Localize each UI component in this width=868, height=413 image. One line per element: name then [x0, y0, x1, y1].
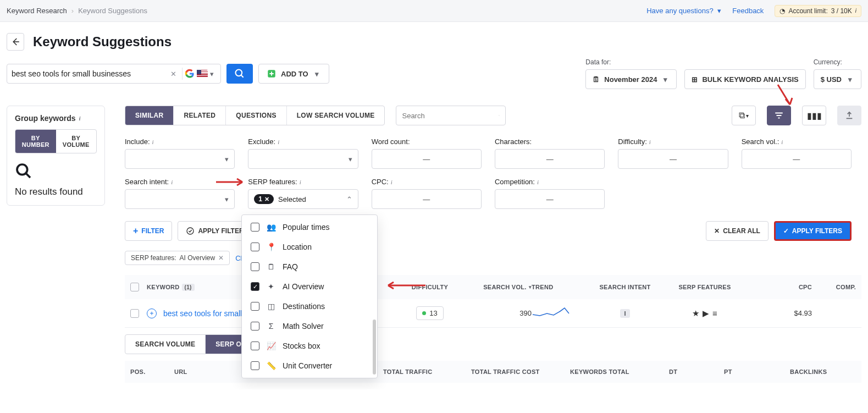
include-select[interactable]: ▾	[125, 149, 235, 169]
checkbox-icon[interactable]	[251, 302, 259, 311]
apply-filters-button[interactable]: ✓ APPLY FILTERS	[774, 221, 852, 241]
dd-item-math-solver[interactable]: Σ Math Solver	[242, 316, 377, 336]
checkbox-icon[interactable]	[130, 283, 139, 291]
dd-label: Unit Converter	[283, 361, 332, 370]
currency-select[interactable]: $ USD ▾	[814, 69, 861, 89]
scrollbar-thumb[interactable]	[373, 320, 376, 375]
th-serp-features[interactable]: SERP FEATURES	[664, 284, 746, 290]
chevron-down-icon[interactable]: ▾	[208, 70, 216, 78]
th-search-vol[interactable]: SEARCH VOL. ▾	[460, 284, 532, 290]
dd-item-destinations[interactable]: ◫ Destinations	[242, 296, 377, 316]
applied-serp-chip[interactable]: SERP features: AI Overview ✕	[125, 251, 230, 265]
info-icon[interactable]: i	[391, 179, 392, 185]
exclude-select[interactable]: ▾	[248, 149, 358, 169]
people-icon: 👥	[266, 223, 276, 232]
difficulty-pill: 13	[416, 306, 443, 320]
filter-difficulty: Difficulty:i —	[618, 137, 728, 169]
data-for-control: Data for: 🗓 November 2024 ▾	[585, 58, 677, 89]
subtab-search-volume[interactable]: SEARCH VOLUME	[125, 335, 206, 354]
close-icon[interactable]: ✕	[264, 196, 269, 203]
account-limit-badge[interactable]: ◔ Account limit: 3 / 10K i	[775, 5, 861, 17]
dd-item-popular-times[interactable]: 👥 Popular times	[242, 217, 377, 237]
clear-input-icon[interactable]: ✕	[167, 70, 180, 78]
info-icon[interactable]: i	[171, 179, 173, 185]
checkbox-icon[interactable]	[251, 361, 259, 370]
questions-link[interactable]: Have any questions? ▾	[646, 7, 721, 15]
tab-similar[interactable]: SIMILAR	[125, 106, 174, 125]
checkbox-icon[interactable]	[251, 243, 259, 251]
info-icon[interactable]: i	[537, 179, 539, 185]
group-toggle[interactable]: BY NUMBER BY VOLUME	[15, 129, 97, 153]
tab-related[interactable]: RELATED	[174, 106, 226, 125]
lower-table-header: POS. URL TOTAL TRAFFIC TOTAL TRAFFIC COS…	[125, 361, 861, 383]
difficulty-input[interactable]: —	[618, 149, 728, 169]
checkbox-icon[interactable]	[251, 322, 259, 331]
search-button[interactable]	[226, 64, 253, 84]
th-search-intent[interactable]: SEARCH INTENT	[587, 284, 664, 290]
info-icon[interactable]: i	[300, 179, 301, 185]
th-dt[interactable]: DT	[669, 368, 724, 375]
breadcrumb-root[interactable]: Keyword Research	[7, 7, 67, 15]
info-icon[interactable]: i	[649, 139, 651, 145]
wordcount-input[interactable]: —	[372, 149, 482, 169]
table-search-input[interactable]	[402, 112, 494, 120]
intent-select[interactable]: ▾	[125, 189, 235, 209]
serp-features-dropdown[interactable]: 👥 Popular times 📍 Location 🗒 FAQ ✓ ✦ AI …	[241, 214, 378, 378]
info-icon[interactable]: i	[79, 115, 80, 122]
th-pos[interactable]: POS.	[130, 368, 174, 375]
add-to-button[interactable]: ADD TO ▾	[258, 64, 329, 84]
th-cpc[interactable]: CPC	[746, 284, 812, 290]
dd-item-faq[interactable]: 🗒 FAQ	[242, 257, 377, 277]
row-checkbox[interactable]	[130, 309, 139, 318]
competition-input[interactable]: —	[495, 189, 605, 209]
th-keyword-label: KEYWORD	[147, 284, 180, 290]
th-backlinks[interactable]: BACKLINKS	[790, 368, 856, 375]
filter-actions: + FILTER APPLY FILTER PRESET ✕ CLEAR ALL…	[125, 221, 861, 241]
by-number-option[interactable]: BY NUMBER	[15, 130, 56, 153]
dd-item-ai-overview[interactable]: ✓ ✦ AI Overview	[242, 277, 377, 296]
back-button[interactable]	[7, 33, 24, 51]
th-checkbox[interactable]	[130, 283, 147, 291]
columns-button[interactable]: ▮▮▮	[802, 106, 826, 125]
add-keyword-button[interactable]: +	[147, 309, 157, 318]
export-button[interactable]	[837, 106, 861, 125]
info-icon[interactable]: i	[152, 139, 154, 145]
th-comp[interactable]: COMP.	[812, 284, 856, 290]
tab-questions[interactable]: QUESTIONS	[226, 106, 286, 125]
dd-item-stocks[interactable]: 📈 Stocks box	[242, 336, 377, 356]
info-icon[interactable]: i	[781, 139, 783, 145]
sparkle-icon: ✦	[266, 282, 276, 291]
cpc-input[interactable]: —	[372, 189, 482, 209]
th-keyword[interactable]: KEYWORD (1)	[147, 284, 257, 291]
th-pt[interactable]: PT	[724, 368, 790, 375]
add-filter-button[interactable]: + FILTER	[125, 221, 172, 241]
checkbox-icon[interactable]	[251, 342, 259, 350]
by-volume-option[interactable]: BY VOLUME	[56, 130, 97, 153]
keyword-input-wrap[interactable]: ✕ ▾	[7, 64, 221, 84]
characters-input[interactable]: —	[495, 149, 605, 169]
checkbox-checked-icon[interactable]: ✓	[251, 282, 259, 291]
copy-button[interactable]: ⧉▾	[732, 106, 756, 125]
serp-count-chip[interactable]: 1 ✕	[254, 194, 274, 204]
dd-item-unit-converter[interactable]: 📏 Unit Converter	[242, 356, 377, 376]
checkbox-icon[interactable]	[251, 223, 259, 232]
checkbox-icon[interactable]	[251, 262, 259, 271]
dd-item-location[interactable]: 📍 Location	[242, 237, 377, 257]
keyword-input[interactable]	[12, 69, 167, 78]
feedback-link[interactable]: Feedback	[732, 7, 764, 15]
searchvol-input[interactable]: —	[742, 149, 852, 169]
close-icon[interactable]: ✕	[218, 254, 224, 262]
characters-label: Characters:	[495, 137, 532, 146]
info-icon[interactable]: i	[278, 139, 279, 145]
data-for-select[interactable]: 🗓 November 2024 ▾	[585, 69, 677, 89]
th-trend[interactable]: TREND	[532, 284, 587, 290]
tab-low-volume[interactable]: LOW SEARCH VOLUME	[287, 106, 385, 125]
th-total-traffic[interactable]: TOTAL TRAFFIC	[383, 368, 471, 375]
th-keywords-total[interactable]: KEYWORDS TOTAL	[570, 368, 669, 375]
right-controls: Data for: 🗓 November 2024 ▾ ⊞ BULK KEYWO…	[585, 58, 861, 89]
table-search[interactable]	[396, 106, 506, 125]
th-traffic-cost[interactable]: TOTAL TRAFFIC COST	[471, 368, 570, 375]
clear-all-button[interactable]: ✕ CLEAR ALL	[706, 221, 769, 241]
serp-select[interactable]: 1 ✕ Selected ⌃	[248, 189, 358, 209]
arrow-left-icon	[10, 37, 20, 47]
